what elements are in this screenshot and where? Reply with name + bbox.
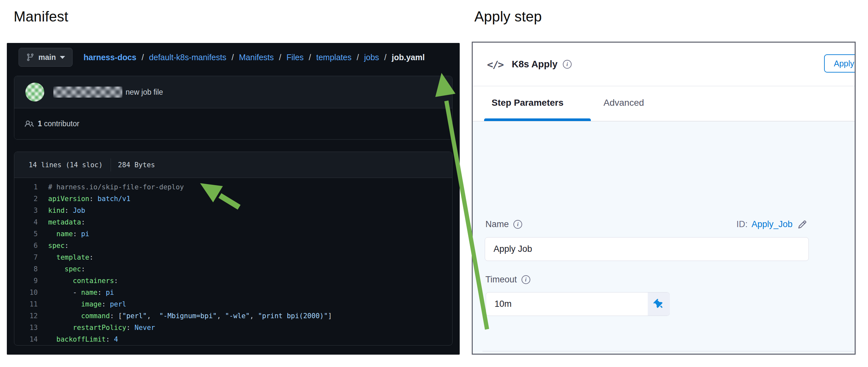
name-input[interactable]: [485, 237, 809, 261]
breadcrumb-separator: /: [274, 53, 287, 62]
line-number[interactable]: 4: [14, 216, 38, 228]
code-line: 8 spec:: [14, 263, 452, 275]
yaml-code-listing: 1# harness.io/skip-file-for-deploy2apiVe…: [14, 178, 452, 345]
code-line: 5 name: pi: [14, 228, 452, 240]
code-line: 2apiVersion: batch/v1: [14, 193, 452, 205]
code-text: name: pi: [48, 228, 89, 240]
breadcrumb-dir-link[interactable]: jobs: [364, 53, 379, 62]
code-line: 1# harness.io/skip-file-for-deploy: [14, 181, 452, 193]
code-line: 7 template:: [14, 251, 452, 263]
code-text: backoffLimit: 4: [48, 334, 118, 345]
code-text: # harness.io/skip-file-for-deploy: [48, 181, 184, 193]
latest-commit-box: new job file 1 contributor: [14, 76, 453, 140]
avatar[interactable]: [25, 83, 44, 101]
code-line: 3kind: Job: [14, 205, 452, 216]
github-file-view-panel: main harness-docs / default-k8s-manifest…: [7, 43, 460, 355]
step-title: K8s Apply: [512, 59, 558, 70]
contributor-label: contributor: [44, 119, 80, 128]
contributors-row[interactable]: 1 contributor: [14, 108, 452, 139]
tab-advanced[interactable]: Advanced: [603, 98, 644, 108]
line-number[interactable]: 1: [14, 181, 38, 193]
tab-step-parameters[interactable]: Step Parameters: [492, 98, 563, 108]
breadcrumb-current-file: job.yaml: [392, 53, 425, 62]
step-parameters-form: Name i ID: Apply_Job Timeout i File Path…: [473, 122, 855, 354]
line-number[interactable]: 5: [14, 228, 38, 240]
breadcrumb-dir-link[interactable]: default-k8s-manifests: [149, 53, 226, 62]
code-text: apiVersion: batch/v1: [48, 193, 130, 205]
line-number[interactable]: 8: [14, 263, 38, 275]
branch-selector-button[interactable]: main: [19, 48, 72, 67]
code-text: template:: [48, 251, 93, 263]
manifest-section-title: Manifest: [14, 8, 68, 25]
k8s-apply-step-panel: </> K8s Apply i Apply Step Parameters Ad…: [472, 42, 856, 355]
pin-icon: [652, 297, 665, 311]
code-line: 4metadata:: [14, 216, 452, 228]
commit-row: new job file: [14, 76, 452, 108]
line-number[interactable]: 2: [14, 193, 38, 205]
code-text: metadata:: [48, 216, 85, 228]
name-info-icon[interactable]: i: [514, 220, 522, 229]
branch-name: main: [38, 53, 56, 62]
commit-author-redacted: [53, 87, 122, 98]
breadcrumb-separator: /: [226, 53, 239, 62]
file-size-meta: 284 Bytes: [118, 161, 155, 169]
chevron-down-icon: [60, 56, 65, 59]
code-line: 10 - name: pi: [14, 287, 452, 298]
line-number[interactable]: 12: [14, 310, 38, 322]
breadcrumb-dir-link[interactable]: templates: [316, 53, 351, 62]
file-blob-header: 14 lines (14 sloc) 284 Bytes: [14, 152, 452, 178]
line-number[interactable]: 9: [14, 275, 38, 287]
code-text: restartPolicy: Never: [48, 322, 155, 334]
code-text: spec:: [48, 240, 69, 251]
breadcrumb-dir-link[interactable]: Files: [286, 53, 304, 62]
timeout-input[interactable]: [486, 292, 670, 316]
apply-changes-button[interactable]: Apply: [824, 54, 856, 72]
line-number[interactable]: 13: [14, 322, 38, 334]
code-text: containers:: [48, 275, 118, 287]
meta-divider: [111, 158, 111, 172]
code-step-icon: </>: [487, 59, 503, 70]
code-line: 13 restartPolicy: Never: [14, 322, 452, 334]
step-info-icon[interactable]: i: [563, 60, 571, 69]
id-label: ID:: [736, 219, 748, 230]
section-divider: [483, 351, 855, 351]
code-line: 9 containers:: [14, 275, 452, 287]
breadcrumb: harness-docs / default-k8s-manifests / M…: [84, 53, 425, 62]
line-number[interactable]: 10: [14, 287, 38, 298]
line-number[interactable]: 7: [14, 251, 38, 263]
line-number[interactable]: 6: [14, 240, 38, 251]
line-number[interactable]: 3: [14, 205, 38, 216]
step-id-line: ID: Apply_Job: [736, 219, 807, 230]
code-text: - name: pi: [48, 287, 114, 298]
step-tabs: Step Parameters Advanced: [473, 87, 855, 121]
code-line: 12 command: ["perl", "-Mbignum=bpi", "-w…: [14, 310, 452, 322]
contributors-text: 1 contributor: [38, 119, 80, 128]
code-text: spec:: [48, 263, 85, 275]
breadcrumb-dir-link[interactable]: Manifests: [239, 53, 274, 62]
people-icon: [25, 119, 34, 128]
name-field-label: Name i: [486, 219, 522, 230]
id-value-link[interactable]: Apply_Job: [751, 219, 793, 230]
code-text: command: ["perl", "-Mbignum=bpi", "-wle"…: [48, 310, 332, 322]
apply-step-section-title: Apply step: [474, 8, 542, 25]
timeout-info-icon[interactable]: i: [522, 275, 530, 284]
screenshot-root: Manifest Apply step main harness-docs / …: [0, 0, 868, 367]
line-number[interactable]: 11: [14, 298, 38, 310]
line-number[interactable]: 14: [14, 334, 38, 345]
timeout-label-text: Timeout: [486, 275, 517, 285]
name-label-text: Name: [486, 219, 509, 230]
timeout-pin-toggle[interactable]: [648, 293, 670, 315]
timeout-field-label: Timeout i: [486, 275, 530, 285]
code-line: 14 backoffLimit: 4: [14, 334, 452, 345]
breadcrumb-separator: /: [351, 53, 364, 62]
contributor-count: 1: [38, 119, 42, 128]
edit-pencil-icon[interactable]: [798, 220, 807, 229]
github-toolbar: main harness-docs / default-k8s-manifest…: [19, 48, 453, 67]
step-header: </> K8s Apply i Apply: [473, 42, 855, 86]
code-text: kind: Job: [48, 205, 85, 216]
breadcrumb-repo-link[interactable]: harness-docs: [84, 53, 137, 62]
commit-message[interactable]: new job file: [126, 88, 163, 97]
breadcrumb-separator: /: [379, 53, 392, 62]
code-line: 6spec:: [14, 240, 452, 251]
breadcrumb-separator: /: [304, 53, 316, 62]
